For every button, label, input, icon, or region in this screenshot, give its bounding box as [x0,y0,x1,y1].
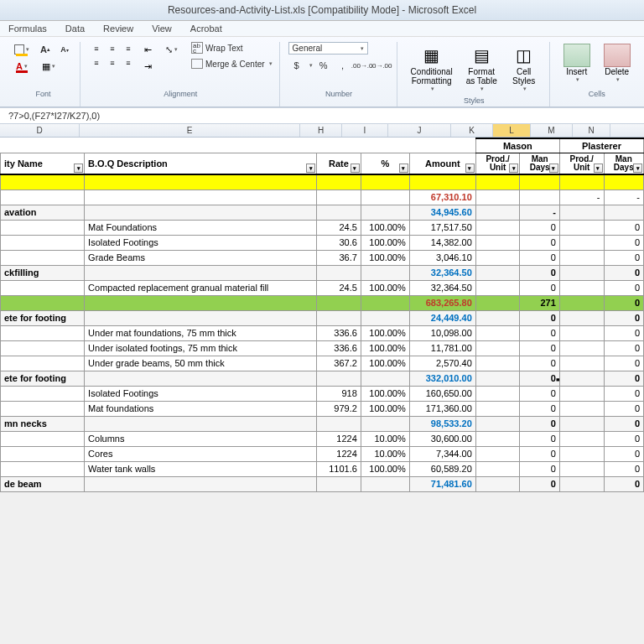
col-header-N[interactable]: N [573,124,610,137]
increase-decimal-button[interactable]: .00→.0 [354,58,371,73]
filter-arrow-icon[interactable]: ▾ [549,164,558,173]
shrink-font-button[interactable]: A▾ [56,42,73,57]
window-title: Resources-and-Activity-List.xls [Compati… [0,0,644,21]
col-header-J[interactable]: J [388,124,451,137]
insert-button[interactable]: Insert▾ [558,42,595,85]
data-table[interactable]: MasonPlastererity Name▾B.O.Q Description… [0,138,644,492]
header-mason: Mason [475,138,559,153]
col-header-M[interactable]: M [531,124,573,137]
header-man1[interactable]: Man Days▾ [520,153,559,175]
table-row[interactable] [1,174,644,190]
table-row[interactable]: Compacted replacement granual material f… [1,280,644,295]
table-row[interactable]: Under isolated footings, 75 mm thick336.… [1,340,644,356]
menu-view[interactable]: View [152,23,172,34]
conditional-formatting-button[interactable]: ▦Conditional Formatting▾ [406,42,458,94]
decrease-decimal-button[interactable]: .0→.00 [373,58,390,73]
filter-arrow-icon[interactable]: ▾ [509,164,518,173]
wrap-text-button[interactable]: abcWrap Text [191,42,273,54]
orientation-button[interactable]: ⤡▾ [159,42,183,57]
cells-group-label: Cells [589,90,605,98]
table-row[interactable]: Isolated Footings30.6100.00%14,382.0000 [1,235,644,250]
group-font: ▾ A▾ A▴A▾ ▦▾ Font [7,42,80,106]
format-as-table-button[interactable]: ▤Format as Table▾ [461,42,502,94]
group-alignment: ≡≡≡≡≡≡ ⇤ ⇥ ⤡▾ abcWrap Text Merge & Cente… [82,42,280,106]
header-rate[interactable]: Rate▾ [317,153,361,175]
table-icon: ▤ [468,44,495,67]
table-row[interactable]: Columns122410.00%30,600.0000 [1,431,644,446]
filter-arrow-icon[interactable]: ▾ [594,164,603,173]
table-row[interactable]: Water tank walls1101.6100.00%60,589.2000 [1,461,644,476]
col-header-H[interactable]: H [300,124,342,137]
table-row[interactable]: Grade Beams36.7100.00%3,046.1000 [1,250,644,265]
border-button[interactable]: ▦▾ [37,59,60,74]
table-row[interactable]: ckfilling32,364.5000 [1,265,644,280]
menu-data[interactable]: Data [65,23,85,34]
decrease-indent-button[interactable]: ⇤ [139,42,156,57]
cell-styles-icon: ◫ [511,44,538,67]
col-header-E[interactable]: E [80,124,300,137]
table-row[interactable]: Cores122410.00%7,344.0000 [1,446,644,461]
styles-group-label: Styles [464,96,485,105]
filter-arrow-icon[interactable]: ▾ [399,164,408,173]
header-pct[interactable]: %▾ [361,153,409,175]
table-row[interactable]: de beam71,481.6000 [1,476,644,491]
table-row[interactable]: Under grade beams, 50 mm thick367.2100.0… [1,356,644,371]
font-color-button[interactable]: A▾ [13,59,30,74]
font-group-label: Font [35,90,50,98]
comma-button[interactable]: , [335,58,351,73]
header-desc[interactable]: B.O.Q Description▾ [85,153,317,175]
table-row[interactable]: Under mat foundations, 75 mm thick336.61… [1,325,644,340]
filter-arrow-icon[interactable]: ▾ [74,164,83,173]
table-row[interactable]: mn necks98,533.2000 [1,416,644,431]
header-amount[interactable]: Amount▾ [409,153,475,175]
table-row[interactable]: Isolated Footings918100.00%160,650.0000 [1,386,644,401]
header-plasterer: Plasterer [559,138,643,153]
header-activity[interactable]: ity Name▾ [1,153,85,175]
menu-formulas[interactable]: Formulas [8,23,47,34]
col-header-I[interactable]: I [342,124,388,137]
number-format-dropdown[interactable]: General▾ [288,42,368,55]
table-row[interactable]: ete for footing24,449.4000 [1,310,644,325]
cell-styles-button[interactable]: ◫Cell Styles▾ [506,42,543,94]
filter-arrow-icon[interactable]: ▾ [633,164,642,173]
delete-icon [604,44,631,67]
col-header-K[interactable]: K [451,124,493,137]
table-row[interactable]: Mat foundations979.2100.00%171,360.0000 [1,401,644,416]
table-row[interactable]: 683,265.802710 [1,295,644,310]
filter-arrow-icon[interactable]: ▾ [465,164,475,173]
col-header-L[interactable]: L [493,124,531,137]
formula-bar[interactable]: ?7>0,(F27*I27/K27),0) [0,107,644,124]
conditional-icon: ▦ [418,44,445,67]
currency-button[interactable]: $ [288,58,305,73]
group-cells: Insert▾ Delete▾ Cells [552,42,642,106]
delete-button[interactable]: Delete▾ [599,42,636,85]
table-row[interactable]: Mat Foundations24.5100.00%17,517.5000 [1,220,644,235]
fill-color-button[interactable]: ▾ [13,42,30,57]
spreadsheet-grid: DEHIJKLMN MasonPlastererity Name▾B.O.Q D… [0,124,644,492]
number-group-label: Number [325,90,352,98]
menu-review[interactable]: Review [103,23,133,34]
alignment-grid[interactable]: ≡≡≡≡≡≡ [89,42,136,70]
filter-arrow-icon[interactable]: ▾ [306,164,315,173]
increase-indent-button[interactable]: ⇥ [139,59,156,74]
table-row[interactable]: ete for footing332,010.000✚0 [1,371,644,386]
table-row[interactable]: avation34,945.60- [1,205,644,220]
percent-button[interactable]: % [315,58,332,73]
column-headers[interactable]: DEHIJKLMN [0,124,644,138]
grow-font-button[interactable]: A▴ [37,42,54,57]
group-number: General▾ $▾ % , .00→.0 .0→.00 Number [282,42,397,106]
header-prod1[interactable]: Prod./ Unit▾ [475,153,520,175]
insert-icon [564,44,590,67]
menu-bar: Formulas Data Review View Acrobat [0,21,644,37]
col-header-D[interactable]: D [0,124,80,137]
merge-center-button[interactable]: Merge & Center▾ [191,59,273,69]
group-styles: ▦Conditional Formatting▾ ▤Format as Tabl… [399,42,550,106]
menu-acrobat[interactable]: Acrobat [190,23,222,34]
table-row[interactable]: 67,310.10-- [1,190,644,205]
ribbon: ▾ A▾ A▴A▾ ▦▾ Font ≡≡≡≡≡≡ ⇤ ⇥ ⤡▾ abcWrap … [0,37,644,107]
header-man2[interactable]: Man Days▾ [604,153,643,175]
filter-arrow-icon[interactable]: ▾ [351,164,360,173]
header-prod2[interactable]: Prod./ Unit▾ [559,153,604,175]
alignment-group-label: Alignment [164,90,197,98]
